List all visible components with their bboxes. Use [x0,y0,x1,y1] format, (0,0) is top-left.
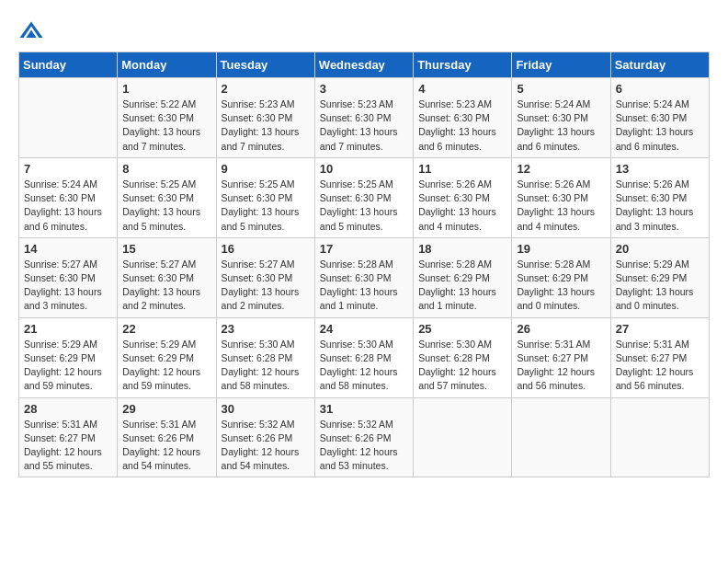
day-number: 16 [222,242,310,256]
header-cell-saturday: Saturday [610,52,709,78]
header-cell-tuesday: Tuesday [216,52,314,78]
day-detail: Sunrise: 5:29 AM Sunset: 6:29 PM Dayligh… [24,338,112,394]
day-detail: Sunrise: 5:23 AM Sunset: 6:30 PM Dayligh… [320,98,408,154]
day-number: 12 [517,162,605,176]
day-cell: 28Sunrise: 5:31 AM Sunset: 6:27 PM Dayli… [19,397,118,477]
day-number: 5 [517,82,605,96]
day-cell: 20Sunrise: 5:29 AM Sunset: 6:29 PM Dayli… [610,237,709,317]
day-detail: Sunrise: 5:24 AM Sunset: 6:30 PM Dayligh… [616,98,704,154]
day-number: 19 [517,242,605,256]
day-cell: 7Sunrise: 5:24 AM Sunset: 6:30 PM Daylig… [19,157,118,237]
calendar-table: SundayMondayTuesdayWednesdayThursdayFrid… [18,52,710,477]
day-cell [19,78,118,158]
day-cell: 6Sunrise: 5:24 AM Sunset: 6:30 PM Daylig… [610,78,709,158]
day-detail: Sunrise: 5:26 AM Sunset: 6:30 PM Dayligh… [418,178,506,234]
day-cell: 14Sunrise: 5:27 AM Sunset: 6:30 PM Dayli… [19,237,118,317]
day-cell: 11Sunrise: 5:26 AM Sunset: 6:30 PM Dayli… [414,157,512,237]
day-detail: Sunrise: 5:25 AM Sunset: 6:30 PM Dayligh… [222,178,310,234]
day-cell: 30Sunrise: 5:32 AM Sunset: 6:26 PM Dayli… [216,397,314,477]
day-number: 7 [24,162,112,176]
day-number: 11 [418,162,506,176]
day-detail: Sunrise: 5:32 AM Sunset: 6:26 PM Dayligh… [222,418,310,474]
day-cell: 8Sunrise: 5:25 AM Sunset: 6:30 PM Daylig… [118,157,216,237]
week-row-2: 7Sunrise: 5:24 AM Sunset: 6:30 PM Daylig… [19,157,710,237]
day-detail: Sunrise: 5:25 AM Sunset: 6:30 PM Dayligh… [122,178,210,234]
day-cell: 12Sunrise: 5:26 AM Sunset: 6:30 PM Dayli… [512,157,610,237]
day-cell: 27Sunrise: 5:31 AM Sunset: 6:27 PM Dayli… [610,317,709,397]
day-detail: Sunrise: 5:31 AM Sunset: 6:27 PM Dayligh… [517,338,605,394]
day-number: 29 [122,402,210,416]
day-cell: 22Sunrise: 5:29 AM Sunset: 6:29 PM Dayli… [118,317,216,397]
header-row: SundayMondayTuesdayWednesdayThursdayFrid… [19,52,710,78]
day-cell [512,397,610,477]
logo-icon [18,18,44,44]
day-number: 4 [418,82,506,96]
day-cell: 18Sunrise: 5:28 AM Sunset: 6:29 PM Dayli… [414,237,512,317]
week-row-1: 1Sunrise: 5:22 AM Sunset: 6:30 PM Daylig… [19,78,710,158]
day-number: 23 [222,322,310,336]
day-cell: 25Sunrise: 5:30 AM Sunset: 6:28 PM Dayli… [414,317,512,397]
day-cell: 24Sunrise: 5:30 AM Sunset: 6:28 PM Dayli… [314,317,413,397]
day-detail: Sunrise: 5:25 AM Sunset: 6:30 PM Dayligh… [320,178,408,234]
day-detail: Sunrise: 5:26 AM Sunset: 6:30 PM Dayligh… [517,178,605,234]
day-number: 13 [616,162,704,176]
day-cell: 2Sunrise: 5:23 AM Sunset: 6:30 PM Daylig… [216,78,314,158]
day-number: 22 [122,322,210,336]
day-number: 21 [24,322,112,336]
day-cell: 10Sunrise: 5:25 AM Sunset: 6:30 PM Dayli… [314,157,413,237]
day-number: 3 [320,82,408,96]
week-row-3: 14Sunrise: 5:27 AM Sunset: 6:30 PM Dayli… [19,237,710,317]
day-cell: 9Sunrise: 5:25 AM Sunset: 6:30 PM Daylig… [216,157,314,237]
day-number: 20 [616,242,704,256]
day-detail: Sunrise: 5:24 AM Sunset: 6:30 PM Dayligh… [24,178,112,234]
day-cell: 1Sunrise: 5:22 AM Sunset: 6:30 PM Daylig… [118,78,216,158]
day-detail: Sunrise: 5:22 AM Sunset: 6:30 PM Dayligh… [122,98,210,154]
day-cell: 3Sunrise: 5:23 AM Sunset: 6:30 PM Daylig… [314,78,413,158]
day-number: 1 [122,82,210,96]
day-number: 24 [320,322,408,336]
header-cell-sunday: Sunday [19,52,118,78]
day-cell: 19Sunrise: 5:28 AM Sunset: 6:29 PM Dayli… [512,237,610,317]
header-cell-wednesday: Wednesday [314,52,413,78]
day-cell: 17Sunrise: 5:28 AM Sunset: 6:30 PM Dayli… [314,237,413,317]
day-number: 28 [24,402,112,416]
day-detail: Sunrise: 5:32 AM Sunset: 6:26 PM Dayligh… [320,418,408,474]
logo [18,18,48,44]
day-detail: Sunrise: 5:23 AM Sunset: 6:30 PM Dayligh… [418,98,506,154]
week-row-4: 21Sunrise: 5:29 AM Sunset: 6:29 PM Dayli… [19,317,710,397]
day-detail: Sunrise: 5:30 AM Sunset: 6:28 PM Dayligh… [320,338,408,394]
header-cell-monday: Monday [118,52,216,78]
page-header [18,18,710,44]
day-number: 18 [418,242,506,256]
day-number: 14 [24,242,112,256]
day-cell: 21Sunrise: 5:29 AM Sunset: 6:29 PM Dayli… [19,317,118,397]
day-detail: Sunrise: 5:29 AM Sunset: 6:29 PM Dayligh… [616,258,704,314]
day-detail: Sunrise: 5:28 AM Sunset: 6:29 PM Dayligh… [517,258,605,314]
day-detail: Sunrise: 5:31 AM Sunset: 6:27 PM Dayligh… [616,338,704,394]
day-detail: Sunrise: 5:31 AM Sunset: 6:26 PM Dayligh… [122,418,210,474]
day-number: 9 [222,162,310,176]
week-row-5: 28Sunrise: 5:31 AM Sunset: 6:27 PM Dayli… [19,397,710,477]
day-detail: Sunrise: 5:23 AM Sunset: 6:30 PM Dayligh… [222,98,310,154]
day-detail: Sunrise: 5:28 AM Sunset: 6:29 PM Dayligh… [418,258,506,314]
day-cell: 13Sunrise: 5:26 AM Sunset: 6:30 PM Dayli… [610,157,709,237]
day-cell: 4Sunrise: 5:23 AM Sunset: 6:30 PM Daylig… [414,78,512,158]
day-cell: 29Sunrise: 5:31 AM Sunset: 6:26 PM Dayli… [118,397,216,477]
day-number: 6 [616,82,704,96]
day-number: 10 [320,162,408,176]
day-detail: Sunrise: 5:27 AM Sunset: 6:30 PM Dayligh… [122,258,210,314]
day-detail: Sunrise: 5:30 AM Sunset: 6:28 PM Dayligh… [222,338,310,394]
day-number: 31 [320,402,408,416]
day-number: 26 [517,322,605,336]
day-number: 30 [222,402,310,416]
day-number: 25 [418,322,506,336]
day-detail: Sunrise: 5:27 AM Sunset: 6:30 PM Dayligh… [222,258,310,314]
day-detail: Sunrise: 5:31 AM Sunset: 6:27 PM Dayligh… [24,418,112,474]
day-cell [414,397,512,477]
day-cell: 15Sunrise: 5:27 AM Sunset: 6:30 PM Dayli… [118,237,216,317]
day-cell: 26Sunrise: 5:31 AM Sunset: 6:27 PM Dayli… [512,317,610,397]
day-detail: Sunrise: 5:28 AM Sunset: 6:30 PM Dayligh… [320,258,408,314]
day-detail: Sunrise: 5:24 AM Sunset: 6:30 PM Dayligh… [517,98,605,154]
day-cell: 16Sunrise: 5:27 AM Sunset: 6:30 PM Dayli… [216,237,314,317]
day-cell: 23Sunrise: 5:30 AM Sunset: 6:28 PM Dayli… [216,317,314,397]
